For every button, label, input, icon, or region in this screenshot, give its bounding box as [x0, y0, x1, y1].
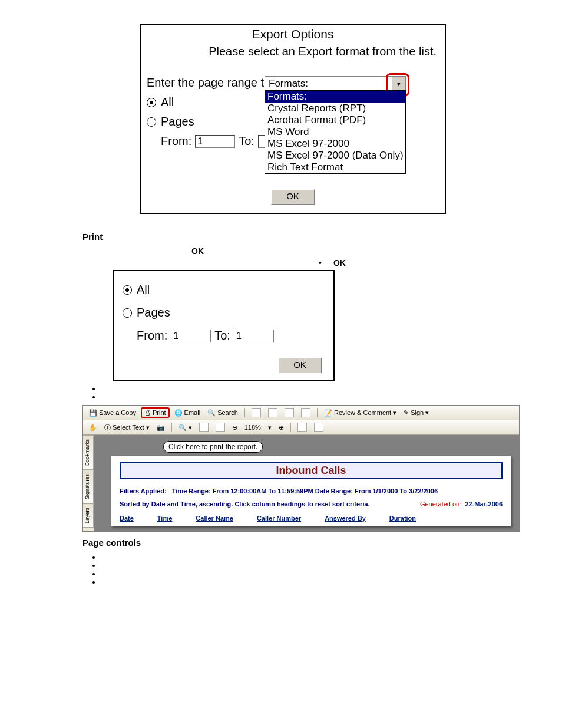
save-copy-button[interactable]: 💾 Save a Copy [87, 409, 138, 417]
col-duration[interactable]: Duration [389, 515, 416, 522]
ok-text: OK [191, 246, 204, 256]
toolbar-icon[interactable] [282, 407, 296, 418]
sort-row: Sorted by Date and Time, ascending. Clic… [120, 500, 503, 508]
to-label: To: [239, 134, 254, 148]
toolbar-main: 💾 Save a Copy 🖨 Print 🌐 Email 🔍 Search 📝… [83, 406, 519, 420]
from-input[interactable] [171, 330, 211, 342]
col-caller-number[interactable]: Caller Number [257, 515, 301, 522]
snapshot-tool-icon[interactable]: 📷 [154, 423, 167, 432]
radio-pages-label: Pages [161, 115, 194, 129]
to-label: To: [214, 329, 230, 342]
list-item [101, 552, 503, 561]
col-date[interactable]: Date [120, 515, 134, 522]
print-button[interactable]: 🖨 Print [141, 407, 170, 418]
to-input[interactable] [234, 330, 274, 342]
formats-dropdown-list[interactable]: Formats: Crystal Reports (RPT) Acrobat F… [265, 90, 406, 174]
page-icon[interactable] [197, 422, 211, 433]
combo-option[interactable]: MS Word [265, 126, 405, 138]
toolbar-secondary: ✋ Ⓣ Select Text ▾ 📷 🔍 ▾ ⊖ 118% ▾ ⊕ [83, 420, 519, 435]
combo-option[interactable]: MS Excel 97-2000 [265, 138, 405, 150]
radio-all-row[interactable]: All [123, 283, 328, 297]
filters-row: Filters Applied: Time Range: From 12:00:… [120, 487, 503, 495]
hand-tool-icon[interactable]: ✋ [87, 423, 100, 432]
combo-option[interactable]: MS Excel 97-2000 (Data Only) [265, 150, 405, 162]
side-tab-signatures[interactable]: Signatures [83, 470, 94, 503]
page-icon[interactable] [213, 422, 227, 433]
combo-option[interactable]: Crystal Reports (RPT) [265, 103, 405, 114]
print-tooltip: Click here to print the report. [163, 441, 263, 453]
report-page: Inbound Calls Filters Applied: Time Rang… [111, 456, 511, 526]
zoom-dropdown-icon[interactable]: ▾ [266, 423, 274, 432]
dialog-subtitle: Please select an Export format from the … [147, 45, 439, 58]
zoom-value[interactable]: 118% [242, 423, 263, 431]
combo-selected-text: Formats: [265, 77, 405, 91]
column-headers: Date Time Caller Name Caller Number Answ… [120, 513, 503, 523]
review-comment-button[interactable]: 📝 Review & Comment ▾ [322, 409, 399, 417]
combo-option-header[interactable]: Formats: [265, 91, 405, 103]
radio-pages-row[interactable]: Pages [123, 306, 328, 319]
col-time[interactable]: Time [157, 515, 172, 522]
list-item [101, 384, 503, 392]
sign-button[interactable]: ✎ Sign ▾ [401, 409, 431, 417]
side-tab-layers[interactable]: Layers [83, 503, 94, 528]
ok-text: OK [333, 258, 346, 268]
bullet-list [82, 384, 503, 400]
print-dialog: All Pages From: To: OK [113, 270, 335, 381]
side-tabs: Bookmarks Signatures Layers [83, 435, 94, 531]
radio-pages-label: Pages [137, 306, 170, 319]
acrobat-window: 💾 Save a Copy 🖨 Print 🌐 Email 🔍 Search 📝… [82, 405, 520, 532]
zoom-in-icon[interactable]: ⊕ [276, 423, 286, 432]
from-input[interactable] [195, 135, 235, 148]
radio-icon[interactable] [123, 285, 132, 295]
radio-all-label: All [161, 95, 174, 109]
radio-icon[interactable] [147, 117, 156, 127]
select-text-button[interactable]: Ⓣ Select Text ▾ [102, 423, 152, 433]
list-item [101, 569, 503, 577]
export-options-dialog: Export Options Please select an Export f… [140, 24, 446, 214]
col-caller-name[interactable]: Caller Name [196, 515, 233, 522]
toolbar-icon[interactable] [266, 407, 280, 418]
radio-icon[interactable] [123, 308, 132, 318]
search-button[interactable]: 🔍 Search [205, 409, 240, 417]
ok-button[interactable]: OK [271, 189, 315, 205]
list-item [101, 577, 503, 585]
formats-combo[interactable]: Formats: ▼ Formats: Crystal Reports (RPT… [265, 76, 406, 91]
bullet-list [82, 552, 503, 585]
dialog-title: Export Options [147, 27, 439, 41]
layout-icon[interactable] [295, 422, 309, 433]
list-item [101, 561, 503, 569]
ok-button[interactable]: OK [278, 358, 322, 373]
list-item [101, 392, 503, 400]
report-title: Inbound Calls [120, 462, 503, 479]
radio-icon[interactable] [147, 98, 156, 107]
side-tab-bookmarks[interactable]: Bookmarks [83, 435, 94, 470]
zoom-out-icon[interactable]: ⊖ [230, 423, 240, 432]
radio-all-label: All [137, 283, 150, 297]
email-button[interactable]: 🌐 Email [172, 409, 203, 417]
layout-icon[interactable] [312, 422, 326, 433]
col-answered-by[interactable]: Answered By [325, 515, 366, 522]
combo-option[interactable]: Acrobat Format (PDF) [265, 114, 405, 126]
chevron-down-icon[interactable]: ▼ [392, 76, 406, 91]
from-label: From: [137, 329, 167, 342]
zoom-tool-icon[interactable]: 🔍 ▾ [176, 423, 194, 432]
toolbar-icon[interactable] [249, 407, 263, 418]
print-heading: Print [82, 232, 503, 242]
from-label: From: [161, 134, 191, 148]
page-controls-heading: Page controls [82, 538, 503, 548]
toolbar-icon[interactable] [299, 407, 313, 418]
combo-option[interactable]: Rich Text Format [265, 162, 405, 173]
